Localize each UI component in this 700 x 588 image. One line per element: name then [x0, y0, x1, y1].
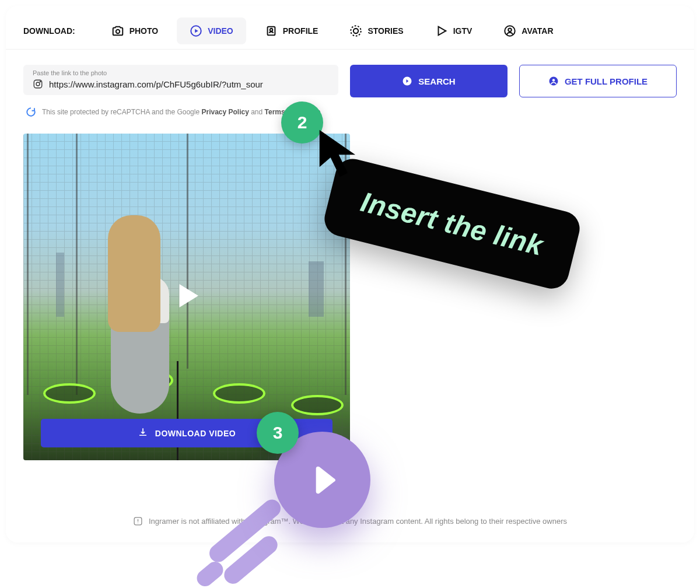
tab-label: VIDEO — [208, 26, 233, 36]
tab-stories[interactable]: STORIES — [337, 18, 416, 44]
play-circle-icon — [190, 24, 202, 37]
button-label: SEARCH — [418, 76, 455, 86]
svg-point-7 — [509, 28, 512, 32]
tab-avatar[interactable]: AVATAR — [491, 18, 566, 44]
tab-video[interactable]: VIDEO — [177, 18, 246, 44]
cursor-icon — [317, 127, 366, 182]
recaptcha-icon — [26, 107, 36, 117]
button-label: GET FULL PROFILE — [565, 76, 648, 86]
svg-point-3 — [270, 29, 272, 32]
recaptcha-notice: This site protected by reCAPTCHA and the… — [6, 103, 694, 122]
svg-point-0 — [116, 30, 119, 33]
get-profile-button[interactable]: GET FULL PROFILE — [519, 65, 677, 97]
search-button[interactable]: SEARCH — [350, 65, 508, 97]
instagram-icon — [33, 79, 43, 89]
play-triangle-icon — [435, 24, 448, 37]
tab-label: AVATAR — [522, 26, 553, 36]
svg-point-4 — [351, 26, 361, 36]
tab-label: PROFILE — [283, 26, 318, 36]
input-placeholder: Paste the link to the photo — [33, 69, 329, 76]
step-badge-3: 3 — [257, 412, 299, 454]
tab-label: STORIES — [368, 26, 403, 36]
alert-icon — [133, 516, 143, 526]
svg-point-5 — [354, 29, 358, 33]
profile-icon — [265, 24, 278, 37]
input-value: https://www.instagram.com/p/ChFU5g6ubIR/… — [49, 79, 263, 89]
tab-photo[interactable]: PHOTO — [99, 18, 172, 44]
disclaimer-text: Ingramer is not affiliated with Instagra… — [149, 517, 567, 526]
nav-label: DOWNLOAD: — [23, 26, 75, 36]
recaptcha-text: This site protected by reCAPTCHA and the… — [42, 108, 320, 116]
privacy-link[interactable]: Privacy Policy — [201, 108, 249, 116]
svg-point-9 — [36, 82, 40, 86]
avatar-icon — [503, 24, 516, 37]
nav-tabs: DOWNLOAD: PHOTO VIDEO PROFILE STORIES — [6, 6, 694, 50]
video-thumbnail[interactable]: DOWNLOAD VIDEO — [23, 134, 350, 460]
svg-point-10 — [40, 81, 41, 82]
user-circle-icon — [548, 76, 559, 86]
download-icon — [138, 427, 148, 439]
tab-label: IGTV — [453, 26, 473, 36]
camera-icon — [111, 24, 124, 37]
play-overlay-icon[interactable] — [169, 278, 204, 316]
arrow-circle-icon — [402, 76, 412, 86]
url-input[interactable]: Paste the link to the photo https://www.… — [23, 65, 338, 95]
tab-igtv[interactable]: IGTV — [422, 18, 485, 44]
tab-profile[interactable]: PROFILE — [252, 18, 331, 44]
search-section: Paste the link to the photo https://www.… — [6, 50, 694, 103]
stories-icon — [349, 24, 362, 37]
svg-point-13 — [552, 79, 555, 82]
tab-label: PHOTO — [130, 26, 159, 36]
button-label: DOWNLOAD VIDEO — [155, 429, 236, 438]
